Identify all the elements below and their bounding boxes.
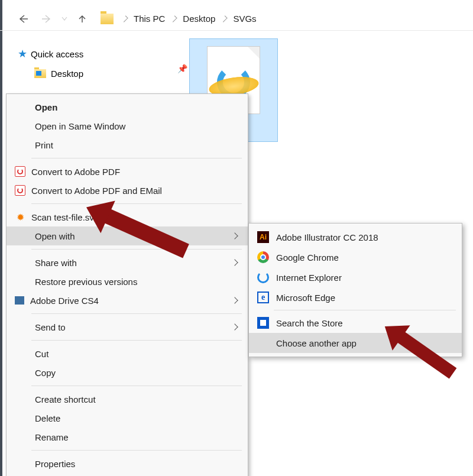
breadcrumb-separator-icon[interactable]	[121, 15, 128, 22]
ctx-delete[interactable]: Delete	[7, 409, 248, 428]
ctx-rename[interactable]: Rename	[7, 428, 248, 446]
illustrator-icon: Ai	[257, 231, 269, 243]
context-menu: Open Open in Same Window Print Convert t…	[6, 93, 248, 476]
ctx-open-same-window[interactable]: Open in Same Window	[7, 116, 248, 135]
back-button[interactable]	[12, 9, 34, 28]
submenu-label: Google Chrome	[276, 252, 339, 263]
breadcrumb-desktop[interactable]: Desktop	[182, 14, 216, 24]
navigation-bar: This PC Desktop SVGs	[0, 7, 473, 31]
menu-separator	[31, 158, 242, 158]
ctx-restore-versions[interactable]: Restore previous versions	[7, 272, 248, 291]
menu-separator	[274, 310, 456, 310]
chrome-icon	[257, 251, 269, 263]
ctx-convert-pdf[interactable]: Convert to Adobe PDF	[7, 162, 248, 181]
edge-icon: e	[257, 292, 269, 303]
ctx-convert-pdf-email[interactable]: Convert to Adobe PDF and EMail	[7, 181, 248, 200]
blank-icon	[257, 337, 269, 349]
recent-locations-dropdown[interactable]	[59, 9, 70, 28]
submenu-ie[interactable]: Internet Explorer	[249, 267, 462, 287]
breadcrumb-this-pc[interactable]: This PC	[132, 14, 166, 24]
menu-separator	[31, 249, 242, 250]
submenu-edge[interactable]: eMicrosoft Edge	[249, 287, 462, 307]
quick-access-label: Quick access	[31, 49, 83, 59]
chevron-right-icon	[231, 232, 238, 239]
breadcrumb-svgs[interactable]: SVGs	[232, 14, 257, 24]
ctx-copy[interactable]: Copy	[7, 363, 248, 382]
chevron-right-icon	[231, 259, 238, 265]
address-bar-folder-icon[interactable]	[101, 14, 114, 24]
submenu-label: Choose another app	[276, 338, 357, 348]
store-icon	[257, 317, 269, 329]
window-left-accent	[0, 0, 2, 476]
submenu-label: Internet Explorer	[276, 273, 342, 283]
submenu-label: Adobe Illustrator CC 2018	[276, 232, 378, 242]
breadcrumb-separator-icon[interactable]	[171, 15, 177, 22]
folder-icon	[34, 69, 46, 78]
ctx-open[interactable]: Open	[7, 98, 248, 116]
forward-button[interactable]	[35, 9, 58, 28]
ctx-cut[interactable]: Cut	[7, 344, 248, 363]
open-with-submenu: AiAdobe Illustrator CC 2018 Google Chrom…	[248, 223, 462, 357]
pdf-icon	[15, 166, 25, 177]
submenu-search-store[interactable]: Search the Store	[249, 313, 462, 333]
submenu-label: Microsoft Edge	[276, 293, 335, 303]
menu-separator	[31, 386, 242, 386]
chevron-right-icon	[231, 297, 238, 303]
pdf-icon	[15, 185, 25, 196]
star-icon: ★	[18, 47, 27, 60]
ctx-share-with[interactable]: Share with	[7, 253, 248, 272]
chevron-right-icon	[231, 323, 238, 330]
ctx-send-to[interactable]: Send to	[7, 318, 248, 336]
up-button[interactable]	[71, 9, 93, 28]
menu-separator	[31, 450, 242, 451]
breadcrumb-separator-icon[interactable]	[221, 15, 228, 22]
quick-access-item[interactable]: ★ Quick access	[18, 47, 83, 60]
navigation-pane: ★ Quick access Desktop 📌	[18, 47, 83, 79]
menu-separator	[31, 203, 242, 204]
avast-icon: ✹	[15, 212, 25, 222]
adobe-drive-icon	[15, 296, 24, 305]
menu-separator	[31, 340, 242, 341]
sidebar-item-label: Desktop	[51, 69, 83, 79]
ctx-print[interactable]: Print	[7, 135, 248, 154]
sidebar-item-desktop[interactable]: Desktop	[34, 69, 83, 79]
menu-separator	[31, 313, 242, 314]
ctx-create-shortcut[interactable]: Create shortcut	[7, 390, 248, 409]
pin-icon[interactable]: 📌	[177, 64, 187, 73]
ie-icon	[257, 271, 269, 283]
ctx-properties[interactable]: Properties	[7, 454, 248, 473]
submenu-illustrator[interactable]: AiAdobe Illustrator CC 2018	[249, 227, 462, 247]
ctx-adobe-drive[interactable]: Adobe Drive CS4	[7, 291, 248, 310]
submenu-label: Search the Store	[276, 318, 343, 328]
submenu-chrome[interactable]: Google Chrome	[249, 247, 462, 267]
